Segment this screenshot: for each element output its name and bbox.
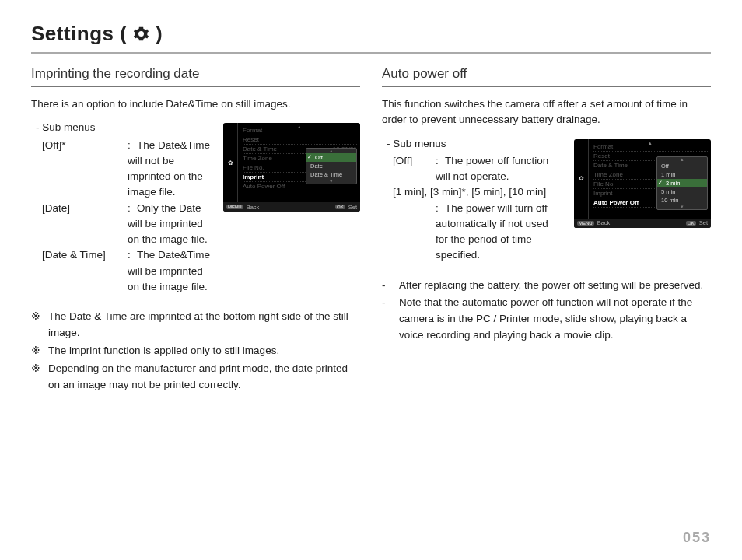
- camera-popup-item: 5 min: [657, 187, 707, 196]
- note-text: The imprint function is applied only to …: [48, 343, 279, 359]
- camera-popup-item: 10 min: [657, 196, 707, 205]
- note-text: After replacing the battery, the power o…: [399, 278, 703, 294]
- note-row: ※Depending on the manufacturer and print…: [31, 361, 360, 394]
- note-row: - Note that the automatic power off func…: [382, 295, 711, 344]
- right-row-1-value: The power will turn off automatically if…: [436, 202, 548, 261]
- camera-mock-right: ✿ ▴ FormatResetDate & TimeTime ZoneFile …: [574, 139, 711, 228]
- chevron-up-icon: ▴: [298, 124, 301, 130]
- camera-popup-item: 3 min: [657, 179, 707, 187]
- page-title: Settings ( ): [31, 22, 711, 54]
- camera-popup-item: Off: [657, 162, 707, 170]
- camera-footer-set: Set: [699, 219, 708, 226]
- left-intro: There is an option to include Date&Time …: [31, 96, 360, 112]
- note-text: The Date & Time are imprinted at the bot…: [48, 309, 360, 341]
- right-row-0-value: The power off function will not operate.: [436, 155, 548, 182]
- note-mark: -: [382, 278, 399, 294]
- left-sub-label: - Sub menus: [36, 120, 212, 135]
- note-row: ※The Date & Time are imprinted at the bo…: [31, 309, 360, 341]
- right-column: Auto power off This function switches th…: [382, 63, 711, 395]
- note-mark: ※: [31, 309, 48, 341]
- camera-popup-item: Date & Time: [306, 170, 356, 179]
- camera-popup-item: Date: [306, 162, 356, 170]
- ok-key-icon: OK: [335, 205, 345, 209]
- right-notes: - After replacing the battery, the power…: [382, 278, 711, 345]
- note-mark: ※: [31, 343, 48, 359]
- left-row-0-label: [Off]*: [42, 138, 128, 201]
- ok-key-icon: OK: [686, 221, 696, 226]
- left-column: Imprinting the recording date There is a…: [31, 63, 360, 395]
- camera-footer-back: Back: [247, 204, 260, 211]
- left-row-2: [Date & Time] :The Date&Time will be imp…: [42, 247, 212, 295]
- camera-mock-left: ✿ ▴ FormatResetDate & Time10/01/01Time Z…: [223, 123, 360, 212]
- title-prefix: Settings (: [31, 22, 133, 45]
- right-row-1: :The power will turn off automatically i…: [393, 201, 563, 264]
- note-mark: ※: [31, 361, 48, 394]
- menu-key-icon: MENU: [577, 221, 594, 226]
- right-defs: - Sub menus [Off] :The power off functio…: [382, 136, 563, 264]
- chevron-up-icon: ▴: [649, 140, 652, 146]
- left-row-0: [Off]* :The Date&Time will not be imprin…: [42, 138, 212, 201]
- left-row-2-value: The Date&Time will be imprinted on the i…: [128, 249, 210, 292]
- gear-icon: [133, 23, 149, 47]
- left-row-1: [Date] :Only the Date will be imprinted …: [42, 201, 212, 248]
- right-intro: This function switches the camera off af…: [382, 96, 711, 128]
- right-row-1-label: [1 min], [3 min]*, [5 min], [10 min]: [393, 184, 563, 200]
- left-row-0-value: The Date&Time will not be imprinted on t…: [128, 139, 210, 198]
- menu-key-icon: MENU: [226, 205, 243, 209]
- camera-menu-item: Reset: [243, 135, 357, 145]
- right-sub-label: - Sub menus: [387, 136, 563, 152]
- left-row-1-value: Only the Date will be imprinted on the i…: [128, 202, 208, 246]
- note-mark: -: [382, 295, 399, 344]
- camera-popup-item: Off: [306, 153, 356, 162]
- camera-footer-set: Set: [348, 204, 357, 211]
- right-row-0: [Off] :The power off function will not o…: [393, 153, 563, 185]
- left-notes: ※The Date & Time are imprinted at the bo…: [31, 309, 360, 394]
- page-number: 053: [683, 530, 711, 546]
- camera-popup: ▴OffDateDate & Time▾: [306, 148, 357, 184]
- gear-icon: ✿: [579, 175, 584, 182]
- left-row-1-label: [Date]: [42, 201, 128, 248]
- note-row: - After replacing the battery, the power…: [382, 278, 711, 294]
- right-heading: Auto power off: [382, 63, 711, 87]
- title-suffix: ): [149, 22, 163, 45]
- left-defs: - Sub menus [Off]* :The Date&Time will n…: [31, 120, 212, 295]
- right-row-0-label: [Off]: [393, 153, 436, 185]
- left-heading: Imprinting the recording date: [31, 63, 360, 87]
- left-row-2-label: [Date & Time]: [42, 247, 128, 295]
- gear-icon: ✿: [228, 159, 233, 166]
- camera-popup-item: 1 min: [657, 170, 707, 179]
- camera-footer-back: Back: [597, 219, 611, 226]
- camera-popup: ▴Off1 min3 min5 min10 min▾: [656, 156, 708, 210]
- note-text: Depending on the manufacturer and print …: [48, 361, 360, 394]
- note-text: Note that the automatic power off functi…: [399, 295, 711, 344]
- note-row: ※The imprint function is applied only to…: [31, 343, 360, 359]
